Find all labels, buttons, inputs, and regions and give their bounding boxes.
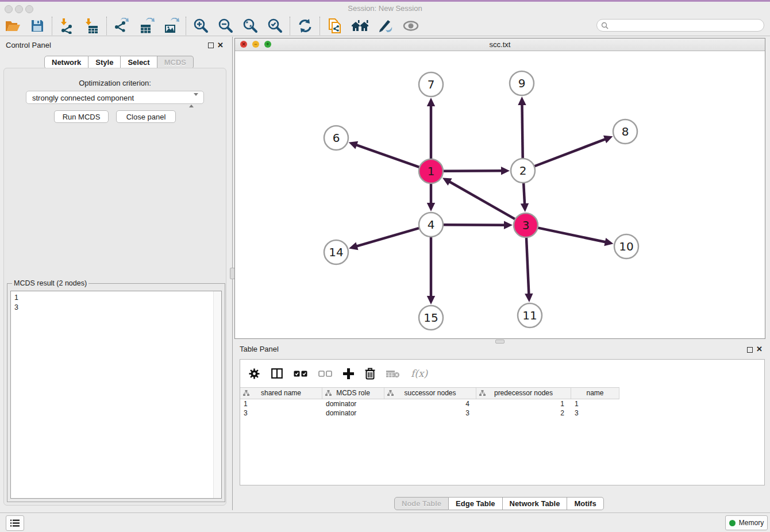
horizontal-split-grip[interactable] (495, 340, 505, 344)
add-button[interactable] (343, 368, 354, 379)
task-history-button[interactable] (6, 515, 24, 531)
column-header-shared-name[interactable]: shared name (240, 388, 322, 399)
graph-node-1[interactable]: 1 (419, 159, 443, 183)
tab-style[interactable]: Style (88, 56, 121, 69)
frame-minimize-button[interactable]: − (252, 41, 259, 48)
window-zoom-button[interactable] (25, 5, 33, 13)
svg-text:4: 4 (428, 218, 435, 232)
graph-node-3[interactable]: 3 (514, 213, 538, 237)
tab-network[interactable]: Network (44, 56, 88, 69)
zoom-in-button[interactable] (191, 17, 211, 34)
tab-node-table[interactable]: Node Table (394, 497, 449, 510)
graph-edge-3-10[interactable] (538, 228, 614, 246)
copy-network-button[interactable] (325, 17, 345, 34)
eye-button[interactable] (401, 17, 421, 34)
graph-edge-2-8[interactable] (534, 136, 613, 167)
graph-node-15[interactable]: 15 (419, 306, 443, 330)
cell-shared-name[interactable]: 1 (240, 399, 322, 408)
frame-close-button[interactable]: ✕ (240, 41, 247, 48)
graph-edge-1-2[interactable] (443, 167, 510, 175)
deselect-all-button[interactable] (318, 371, 332, 377)
window-title: Session: New Session (0, 2, 770, 16)
delete-table-button[interactable] (386, 369, 400, 378)
graph-node-2[interactable]: 2 (511, 159, 535, 183)
graph-node-9[interactable]: 9 (510, 71, 534, 95)
save-button[interactable] (28, 17, 47, 34)
column-type-icon (243, 390, 249, 396)
cell-predecessor-nodes[interactable]: 1 (476, 399, 571, 408)
graph-edge-1-6[interactable] (349, 141, 419, 167)
tab-edge-table[interactable]: Edge Table (449, 497, 502, 510)
window-close-button[interactable] (5, 5, 13, 13)
control-panel-float-button[interactable] (208, 43, 214, 48)
graph-edge-2-9[interactable] (518, 97, 526, 159)
export-image-icon (163, 18, 179, 34)
criterion-select[interactable]: strongly connected component (26, 91, 204, 104)
graph-edge-2-3[interactable] (521, 183, 529, 212)
cell-name[interactable]: 3 (571, 408, 619, 418)
mcds-result-area[interactable]: 1 3 (10, 291, 222, 499)
cell-mcds-role[interactable]: dominator (322, 399, 384, 408)
tab-network-table[interactable]: Network Table (503, 497, 568, 510)
tab-mcds[interactable]: MCDS (157, 56, 194, 69)
network-frame-titlebar[interactable]: ✕ − + scc.txt (235, 38, 765, 51)
search-field[interactable] (596, 19, 764, 32)
table-row[interactable]: 3dominator323 (240, 408, 619, 418)
table-panel-float-button[interactable] (747, 347, 753, 353)
network-frame: ✕ − + scc.txt 7968124314101511 (234, 38, 765, 339)
tab-select[interactable]: Select (121, 56, 157, 69)
graph-node-4[interactable]: 4 (419, 213, 443, 237)
graph-node-10[interactable]: 10 (614, 234, 638, 259)
graph-edge-1-4[interactable] (427, 183, 435, 211)
result-scrollbar[interactable] (213, 291, 221, 498)
zoom-selected-button[interactable] (265, 17, 285, 34)
import-network-button[interactable] (57, 17, 77, 34)
cell-successor-nodes[interactable]: 3 (384, 408, 476, 418)
split-view-button[interactable] (271, 368, 283, 379)
zoom-fit-button[interactable] (241, 17, 260, 34)
graph-edge-1-7[interactable] (427, 98, 435, 159)
cell-mcds-role[interactable]: dominator (322, 408, 384, 418)
zoom-out-button[interactable] (216, 17, 236, 34)
column-header-mcds-role[interactable]: MCDS role (322, 388, 384, 399)
cell-name[interactable]: 1 (571, 399, 619, 408)
export-image-button[interactable] (161, 17, 181, 34)
cell-shared-name[interactable]: 3 (240, 408, 322, 418)
graph-node-14[interactable]: 14 (324, 240, 348, 264)
paintbrush-button[interactable] (376, 17, 395, 34)
graph-edge-3-1[interactable] (442, 178, 515, 219)
column-header-successor-nodes[interactable]: successor nodes (384, 388, 476, 399)
export-network-button[interactable] (112, 17, 132, 34)
table-row[interactable]: 1dominator411 (240, 399, 619, 408)
refresh-button[interactable] (295, 17, 315, 34)
graph-node-7[interactable]: 7 (419, 72, 443, 97)
window-minimize-button[interactable] (15, 5, 23, 13)
graph-node-8[interactable]: 8 (613, 119, 637, 144)
open-folder-button[interactable] (3, 17, 22, 34)
control-panel-close-button[interactable]: ✕ (217, 42, 224, 49)
gear-button[interactable] (248, 368, 260, 380)
cell-predecessor-nodes[interactable]: 2 (476, 408, 571, 418)
table-panel-close-button[interactable]: ✕ (756, 346, 763, 353)
graph-edge-4-14[interactable] (349, 228, 419, 250)
import-table-button[interactable] (82, 17, 102, 34)
graph-node-6[interactable]: 6 (324, 126, 348, 150)
network-graph[interactable]: 7968124314101511 (235, 51, 765, 339)
trash-button[interactable] (365, 368, 375, 380)
graph-edge-4-3[interactable] (443, 221, 513, 229)
graph-edge-3-11[interactable] (525, 237, 533, 302)
tab-motifs[interactable]: Motifs (567, 497, 603, 510)
column-header-predecessor-nodes[interactable]: predecessor nodes (476, 388, 571, 399)
cell-successor-nodes[interactable]: 4 (384, 399, 476, 408)
frame-maximize-button[interactable]: + (264, 41, 271, 48)
graph-node-11[interactable]: 11 (518, 303, 542, 327)
houses-button[interactable] (351, 17, 370, 34)
close-panel-button[interactable]: Close panel (116, 110, 176, 123)
run-mcds-button[interactable]: Run MCDS (54, 110, 109, 123)
export-table-button[interactable] (137, 17, 156, 34)
memory-button[interactable]: Memory (725, 515, 768, 530)
column-header-name[interactable]: name (571, 388, 619, 399)
graph-edge-4-15[interactable] (427, 237, 435, 304)
function-button[interactable]: f(x) (411, 368, 428, 379)
select-all-button[interactable] (294, 371, 307, 377)
